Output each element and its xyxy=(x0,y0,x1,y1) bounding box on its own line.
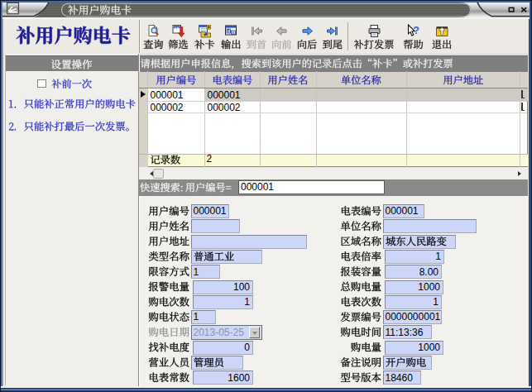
svg-text:12: 12 xyxy=(174,26,179,31)
svg-text:B: B xyxy=(232,31,234,35)
svg-text:B: B xyxy=(227,29,229,33)
